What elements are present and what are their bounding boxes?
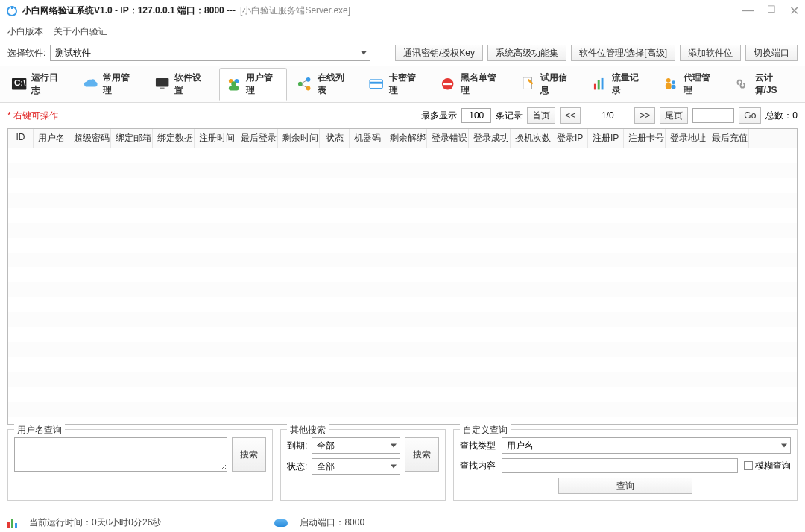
link-icon [734,76,750,92]
ban-icon [440,76,455,92]
table-header: ID 用户名 超级密码 绑定邮箱 绑定数据 注册时间 最后登录 剩余时间 状态 … [8,129,797,148]
cloud-icon [83,76,98,92]
btn-slot-manage[interactable]: 软件位管理/选择[高级] [571,45,675,61]
svg-point-12 [306,86,311,91]
context-menu-hint: * 右键可操作 [7,110,58,122]
svg-rect-1 [11,6,13,9]
first-page-button[interactable]: 首页 [527,107,555,124]
status-select[interactable]: 全部 [312,458,400,475]
next-page-button[interactable]: >> [634,107,655,124]
svg-rect-26 [672,85,676,89]
card-icon [368,76,384,92]
svg-rect-4 [156,78,168,87]
window-title-left: 小白网络验证系统V1.0 - IP：127.0.0.1 端口：8000 --- [22,4,236,17]
table-body [8,148,797,417]
software-select[interactable]: 测试软件 [50,45,370,61]
tab-traffic[interactable]: 流量记录 [585,68,654,101]
expire-select[interactable]: 全部 [312,437,400,454]
btn-comm-key[interactable]: 通讯密钥/授权Key [395,45,483,61]
tab-agent[interactable]: 代理管理 [656,68,724,101]
search-type-select[interactable]: 用户名 [502,437,791,454]
status-label: 状态: [287,460,307,473]
software-select-row: 选择软件: 测试软件 通讯密钥/授权Key 系统高级功能集 软件位管理/选择[高… [0,40,805,66]
legend-username: 用户名查询 [14,424,65,437]
col-reg-time[interactable]: 注册时间 [195,129,236,148]
status-bar: 当前运行时间：0天0小时0分26秒 启动端口：8000 [0,513,805,532]
svg-point-23 [666,78,671,83]
col-machine[interactable]: 机器码 [350,129,385,148]
custom-search-button[interactable]: 查询 [558,478,692,494]
col-last-login[interactable]: 最后登录 [236,129,278,148]
col-status[interactable]: 状态 [320,129,350,148]
col-login-ok[interactable]: 登录成功 [469,129,511,148]
page-indicator: 1/0 [585,110,630,121]
btn-advanced-features[interactable]: 系统高级功能集 [487,45,566,61]
col-super-pwd[interactable]: 超级密码 [69,129,111,148]
legend-custom: 自定义查询 [460,424,511,437]
maximize-button[interactable]: ☐ [767,4,776,18]
share-icon [297,76,312,92]
tab-common-manage[interactable]: 常用管理 [76,68,145,101]
col-email[interactable]: 绑定邮箱 [111,129,153,148]
col-remain-time[interactable]: 剩余时间 [278,129,320,148]
col-login-addr[interactable]: 登录地址 [666,129,707,148]
col-switch-count[interactable]: 换机次数 [511,129,552,148]
pager-row: * 右键可操作 最多显示 条记录 首页 << 1/0 >> 尾页 Go 总数：0 [0,103,805,128]
window-title-right: [小白验证服务端Server.exe] [240,4,350,17]
svg-line-13 [302,80,307,83]
col-login-err[interactable]: 登录错误 [427,129,469,148]
tab-software-settings[interactable]: 软件设置 [148,68,216,101]
col-login-ip[interactable]: 登录IP [552,129,588,148]
tab-card-manage[interactable]: 卡密管理 [362,68,430,101]
btn-add-slot[interactable]: 添加软件位 [680,45,741,61]
select-software-label: 选择软件: [7,47,45,60]
col-reg-card[interactable]: 注册卡号 [624,129,666,148]
tab-cloud-js[interactable]: 云计算/JS [727,68,801,101]
username-search-button[interactable]: 搜索 [232,437,266,472]
col-last-recharge[interactable]: 最后充值 [707,129,749,148]
menu-bar: 小白版本 关于小白验证 [0,22,805,40]
last-page-button[interactable]: 尾页 [660,107,688,124]
chevron-down-icon [781,444,787,448]
note-icon [520,76,536,92]
menu-about[interactable]: 关于小白验证 [54,25,107,38]
prev-page-button[interactable]: << [560,107,581,124]
btn-switch-port[interactable]: 切换端口 [745,45,798,61]
svg-rect-16 [370,82,382,84]
tab-user-manage[interactable]: 用户管理 [219,68,288,101]
go-button[interactable]: Go [739,107,761,124]
tab-trial-info[interactable]: 试用信息 [514,68,582,101]
goto-page-input[interactable] [692,108,734,123]
tab-run-log[interactable]: C:\运行日志 [4,68,73,101]
col-username[interactable]: 用户名 [34,129,69,148]
fuzzy-checkbox[interactable]: 模糊查询 [744,460,791,472]
bars-icon [592,76,607,92]
activity-icon [7,519,17,528]
user-table[interactable]: ID 用户名 超级密码 绑定邮箱 绑定数据 注册时间 最后登录 剩余时间 状态 … [7,128,798,425]
runtime-text: 当前运行时间：0天0小时0分26秒 [29,516,161,529]
port-text: 启动端口：8000 [300,516,364,529]
col-bind-data[interactable]: 绑定数据 [153,129,195,148]
close-button[interactable]: ✕ [789,4,799,18]
menu-version[interactable]: 小白版本 [7,25,43,38]
svg-line-14 [302,85,307,88]
tab-blacklist[interactable]: 黑名单管理 [433,68,511,101]
svg-point-8 [231,82,236,87]
search-content-label: 查找内容 [460,460,496,472]
records-label: 条记录 [496,110,523,122]
tab-online-list[interactable]: 在线列表 [290,68,359,101]
col-id[interactable]: ID [8,129,34,148]
max-display-label: 最多显示 [421,110,457,122]
minimize-button[interactable]: — [742,4,754,18]
username-search-input[interactable] [14,437,227,472]
users-icon [226,76,242,92]
app-icon [6,5,18,17]
search-content-input[interactable] [502,458,738,473]
col-reg-ip[interactable]: 注册IP [588,129,624,148]
other-search-button[interactable]: 搜索 [405,437,439,472]
title-bar: 小白网络验证系统V1.0 - IP：127.0.0.1 端口：8000 --- … [0,0,805,22]
max-display-input[interactable] [461,108,491,123]
col-unbind[interactable]: 剩余解绑 [385,129,427,148]
legend-other: 其他搜索 [287,424,329,437]
search-type-label: 查找类型 [460,440,496,452]
